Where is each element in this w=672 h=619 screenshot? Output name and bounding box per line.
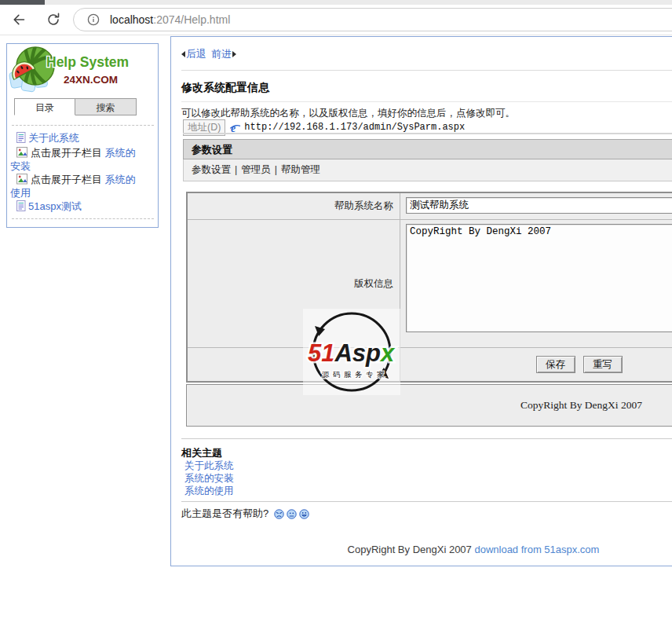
url-path: :2074/Help.html: [153, 13, 230, 26]
ie-icon: e: [229, 122, 241, 134]
divider: [183, 133, 672, 134]
panel-header: 参数设置: [183, 139, 672, 159]
save-button[interactable]: 保存: [536, 356, 575, 373]
footer-copyright: CopyRight By DengXi 2007: [348, 544, 475, 555]
forward-arrow-icon: [232, 51, 236, 57]
address-bar[interactable]: localhost:2074/Help.html: [73, 8, 672, 31]
tree-item: 51aspx测试: [10, 200, 144, 214]
url-host: localhost: [110, 13, 153, 26]
divider: [181, 101, 672, 102]
back-button[interactable]: [11, 12, 27, 27]
page-title: 修改系统配置信息: [181, 81, 269, 95]
related-link-usage[interactable]: 系统的使用: [184, 485, 234, 497]
field-label-copyright: 版权信息: [188, 220, 400, 347]
tree-link-about[interactable]: 关于此系统: [28, 132, 79, 144]
related-link-about[interactable]: 关于此系统: [184, 460, 234, 472]
system-name-input[interactable]: [406, 197, 672, 214]
form-row-copyright: 版权信息 CopyRight By DengXi 2007: [188, 220, 672, 348]
neutral-face-icon[interactable]: [287, 509, 297, 519]
tree-item: 点击展开子栏目 系统的使用: [10, 174, 144, 200]
rewrite-button[interactable]: 重写: [583, 356, 623, 373]
copyright-textarea[interactable]: CopyRight By DengXi 2007: [406, 224, 672, 332]
related-topics-title: 相关主题: [181, 446, 222, 460]
broken-image-icon: [16, 174, 28, 188]
tree-link-51aspx-test[interactable]: 51aspx测试: [28, 200, 82, 212]
forward-link[interactable]: 前进: [211, 47, 232, 61]
back-arrow-icon: [181, 51, 185, 57]
happy-face-icon[interactable]: [299, 509, 309, 519]
tree-item-prefix: 点击展开子栏目: [31, 174, 102, 185]
address-url: http://192.168.1.173/admin/SysParm.aspx: [244, 122, 465, 133]
doc-icon: [16, 132, 26, 146]
form-row-system-name: 帮助系统名称: [188, 193, 672, 220]
divider: [181, 70, 672, 71]
tree-item-prefix: 点击展开子栏目: [31, 147, 102, 159]
page-footer: CopyRight By DengXi 2007 download from 5…: [171, 544, 672, 555]
menu-item-params[interactable]: 参数设置: [192, 164, 231, 175]
tree-item: 点击展开子栏目 系统的安装: [10, 147, 144, 173]
divider: [181, 438, 672, 439]
url-text: localhost:2074/Help.html: [110, 13, 230, 26]
sidebar-tabs: 目录 搜索: [14, 98, 137, 115]
logo-domain: 24XN.COM: [64, 74, 118, 86]
related-link-install[interactable]: 系统的安装: [184, 472, 234, 485]
download-link[interactable]: download from 51aspx.com: [474, 544, 599, 555]
tree-item: 关于此系统: [10, 132, 144, 146]
site-info-icon[interactable]: [87, 13, 100, 26]
sidebar: Help System 24XN.COM 目录 搜索 关于此系统 点击展开子栏目…: [6, 43, 159, 228]
feedback-question: 此主题是否有帮助?: [181, 507, 268, 521]
menu-separator: |: [235, 164, 237, 175]
field-label-system-name: 帮助系统名称: [188, 193, 400, 219]
back-link[interactable]: 后退: [186, 47, 206, 61]
feedback-row: 此主题是否有帮助?: [181, 507, 309, 521]
topic-description: 可以修改此帮助系统的名称，以及版权信息，填好你的信息后，点修改即可。: [181, 107, 515, 120]
help-system-logo: Help System 24XN.COM: [9, 45, 155, 95]
panel-copyright: CopyRight By DengXi 2007: [520, 399, 642, 412]
form-row-buttons: 保存 重写: [188, 348, 672, 381]
logo-title: Help System: [46, 54, 129, 70]
menu-item-help-mgmt[interactable]: 帮助管理: [281, 164, 320, 175]
settings-form: 帮助系统名称 版权信息 CopyRight By DengXi 2007 保存 …: [186, 192, 672, 383]
panel-menu: 参数设置|管理员|帮助管理: [183, 159, 672, 181]
menu-item-admin[interactable]: 管理员: [241, 164, 271, 175]
related-topics-links: 关于此系统 系统的安装 系统的使用: [184, 460, 234, 497]
divider: [181, 501, 672, 502]
browser-toolbar: localhost:2074/Help.html: [0, 5, 672, 35]
panel-footer: CopyRight By DengXi 2007: [186, 384, 672, 427]
topic-nav: 后退前进: [181, 47, 236, 61]
refresh-button[interactable]: [46, 12, 61, 27]
sad-face-icon[interactable]: [274, 509, 284, 519]
broken-image-icon: [16, 147, 28, 161]
menu-separator: |: [275, 164, 277, 175]
tab-directory[interactable]: 目录: [14, 98, 75, 115]
help-content-frame: 后退前进 修改系统配置信息 可以修改此帮助系统的名称，以及版权信息，填好你的信息…: [170, 36, 672, 566]
doc-icon: [16, 200, 26, 214]
sidebar-divider: [12, 125, 154, 126]
topic-tree: 关于此系统 点击展开子栏目 系统的安装 点击展开子栏目 系统的使用 51aspx…: [10, 132, 144, 214]
tab-search[interactable]: 搜索: [75, 98, 137, 115]
sidebar-divider: [12, 218, 154, 219]
